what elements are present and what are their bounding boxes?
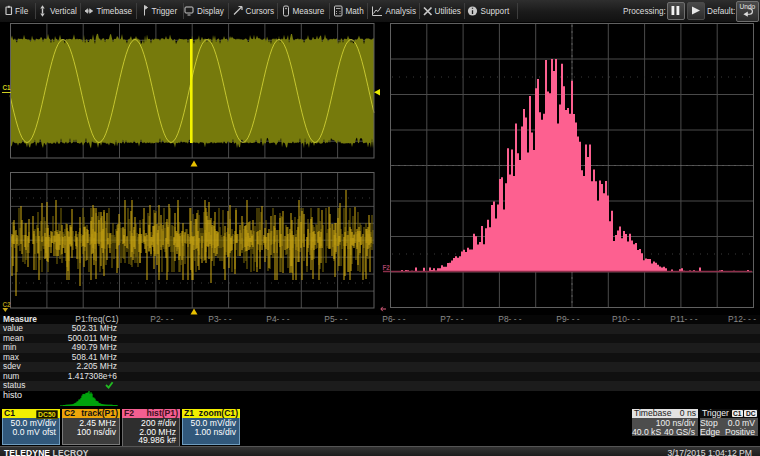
svg-text:F2: F2 xyxy=(383,264,391,271)
svg-text:C2: C2 xyxy=(3,301,12,308)
svg-text:C1: C1 xyxy=(3,84,12,91)
